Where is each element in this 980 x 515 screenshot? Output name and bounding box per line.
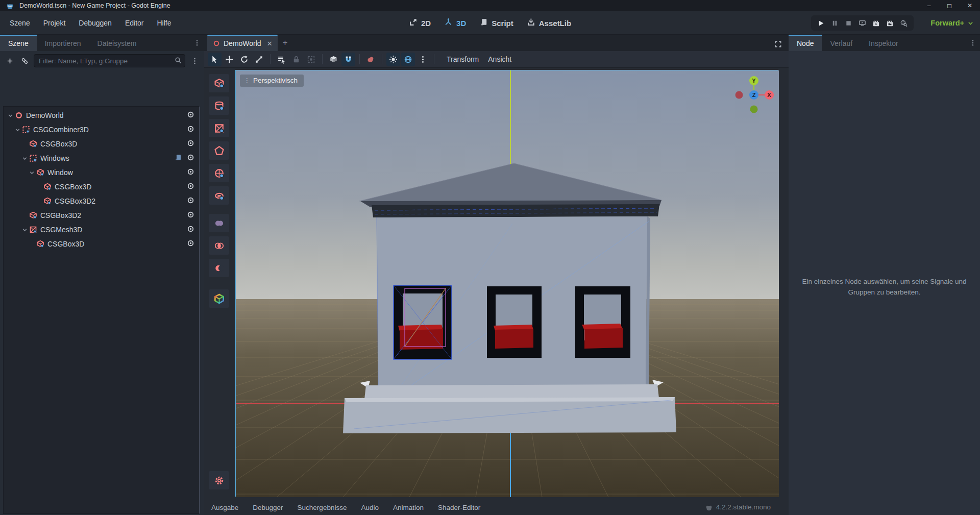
stop-button[interactable] — [842, 16, 855, 30]
csg-house-model[interactable] — [343, 163, 676, 433]
rotate-button[interactable] — [237, 53, 251, 66]
viewport-menu-transform[interactable]: Transform — [447, 55, 479, 63]
window-1-selected[interactable] — [394, 285, 452, 359]
visibility-eye-icon[interactable] — [187, 211, 194, 220]
select-button[interactable] — [208, 53, 222, 66]
add-node-button[interactable] — [4, 55, 15, 66]
preview-env-button[interactable] — [401, 53, 415, 66]
csg-torus-button[interactable] — [209, 186, 229, 205]
local-space-button[interactable] — [327, 53, 340, 66]
workspace-assetlib-button[interactable]: AssetLib — [527, 18, 571, 28]
visibility-eye-icon[interactable] — [187, 239, 194, 249]
scene-filter-input[interactable] — [34, 54, 185, 67]
tree-node-csgmesh3d[interactable]: CSGMesh3D — [4, 223, 199, 237]
visibility-eye-icon[interactable] — [187, 168, 194, 177]
movie-maker-mode-button[interactable] — [897, 16, 911, 30]
visibility-eye-icon[interactable] — [187, 111, 194, 120]
play-scene-button[interactable] — [869, 16, 883, 30]
list-select-button[interactable] — [275, 53, 288, 66]
tree-node-demoworld[interactable]: DemoWorld — [4, 108, 199, 122]
chevron-down-icon[interactable] — [7, 112, 14, 119]
play-remote-debug-button[interactable] — [855, 16, 869, 30]
workspace-script-button[interactable]: Script — [479, 18, 513, 28]
script-icon[interactable] — [175, 154, 182, 163]
visibility-eye-icon[interactable] — [187, 139, 194, 149]
menu-projekt[interactable]: Projekt — [37, 11, 72, 35]
menu-szene[interactable]: Szene — [3, 11, 37, 35]
bottom-panel-debugger[interactable]: Debugger — [253, 504, 283, 511]
bottom-panel-ausgabe[interactable]: Ausgabe — [211, 504, 238, 511]
tree-node-windows[interactable]: Windows — [4, 151, 199, 165]
gridmap-button[interactable] — [209, 289, 229, 308]
menu-hilfe[interactable]: Hilfe — [150, 11, 178, 35]
visibility-eye-icon[interactable] — [187, 197, 194, 206]
group-button[interactable] — [304, 53, 318, 66]
visibility-eye-icon[interactable] — [187, 182, 194, 191]
chevron-down-icon[interactable] — [21, 155, 29, 162]
minimize-button[interactable]: – — [919, 0, 939, 11]
chevron-down-icon[interactable] — [28, 169, 36, 176]
csg-sphere-button[interactable] — [209, 164, 229, 182]
3d-viewport[interactable]: Y X Z ⋮ Perspektivisch — [235, 70, 778, 497]
maximize-button[interactable]: ◻ — [939, 0, 960, 11]
tab-szene[interactable]: Szene — [0, 35, 37, 51]
close-scene-tab-icon[interactable]: ✕ — [267, 40, 273, 47]
visibility-eye-icon[interactable] — [187, 125, 194, 134]
gear-button[interactable] — [209, 471, 229, 489]
op-intersect-button[interactable] — [209, 236, 229, 255]
snap-button[interactable] — [341, 53, 355, 66]
tree-node-csgcombiner3d[interactable]: CSGCombiner3D — [4, 122, 199, 137]
workspace-2d-button[interactable]: 2D — [409, 18, 431, 28]
window-2[interactable] — [487, 286, 542, 358]
chevron-down-icon[interactable] — [14, 127, 21, 133]
play-button[interactable] — [814, 16, 828, 30]
tab-verlauf[interactable]: Verlauf — [822, 35, 861, 51]
bottom-panel-audio[interactable]: Audio — [361, 504, 379, 511]
tree-node-csgbox3d2[interactable]: CSGBox3D2 — [4, 208, 199, 223]
gizmo-neg-y[interactable] — [750, 106, 758, 113]
bottom-panel-suchergebnisse[interactable]: Suchergebnisse — [298, 504, 347, 511]
close-button[interactable]: ✕ — [960, 0, 980, 11]
tab-dateisystem[interactable]: Dateisystem — [89, 35, 145, 51]
pause-button[interactable] — [828, 16, 842, 30]
window-3[interactable] — [575, 286, 630, 358]
tree-node-window[interactable]: Window — [4, 165, 199, 180]
perspective-menu-button[interactable]: ⋮ Perspektivisch — [240, 75, 304, 87]
scale-button[interactable] — [252, 53, 266, 66]
scene-tab-demoworld[interactable]: DemoWorld ✕ — [207, 35, 278, 51]
distraction-free-button[interactable] — [772, 38, 783, 50]
dock-menu-button[interactable] — [968, 37, 978, 48]
move-button[interactable] — [223, 53, 236, 66]
bottom-panel-shader-editor[interactable]: Shader-Editor — [438, 504, 480, 511]
viewport-menu-ansicht[interactable]: Ansicht — [488, 55, 511, 63]
visibility-eye-icon[interactable] — [187, 154, 194, 163]
tab-node[interactable]: Node — [789, 35, 822, 51]
menu-editor[interactable]: Editor — [118, 11, 151, 35]
menu-debuggen[interactable]: Debuggen — [72, 11, 118, 35]
csg-box-button[interactable] — [209, 74, 229, 92]
tree-node-csgbox3d[interactable]: CSGBox3D — [4, 237, 199, 251]
tree-node-csgbox3d[interactable]: CSGBox3D — [4, 137, 199, 151]
visibility-eye-icon[interactable] — [187, 225, 194, 234]
renderer-select[interactable]: Forward+ — [930, 15, 974, 31]
op-subtract-button[interactable] — [209, 259, 229, 277]
instance-scene-button[interactable] — [19, 55, 30, 66]
new-scene-tab-button[interactable]: + — [278, 35, 293, 51]
play-custom-scene-button[interactable] — [883, 16, 897, 30]
csg-polygon-button[interactable] — [209, 141, 229, 160]
tree-node-csgbox3d2[interactable]: CSGBox3D2 — [4, 194, 199, 208]
workspace-3d-button[interactable]: 3D — [444, 18, 466, 28]
preview-sun-button[interactable] — [386, 53, 400, 66]
op-union-button[interactable] — [209, 214, 229, 232]
view-options-button[interactable] — [416, 53, 430, 66]
lock-button[interactable] — [289, 53, 303, 66]
gizmo-neg-x[interactable] — [736, 91, 743, 99]
bottom-panel-animation[interactable]: Animation — [393, 504, 424, 511]
chevron-down-icon[interactable] — [21, 227, 29, 233]
scene-tree-menu-button[interactable] — [189, 55, 200, 66]
csg-mesh-button[interactable] — [209, 119, 229, 137]
sculpt-button[interactable] — [364, 53, 378, 66]
tab-inspektor[interactable]: Inspektor — [861, 35, 906, 51]
tab-importieren[interactable]: Importieren — [37, 35, 89, 51]
csg-cylinder-button[interactable] — [209, 96, 229, 115]
